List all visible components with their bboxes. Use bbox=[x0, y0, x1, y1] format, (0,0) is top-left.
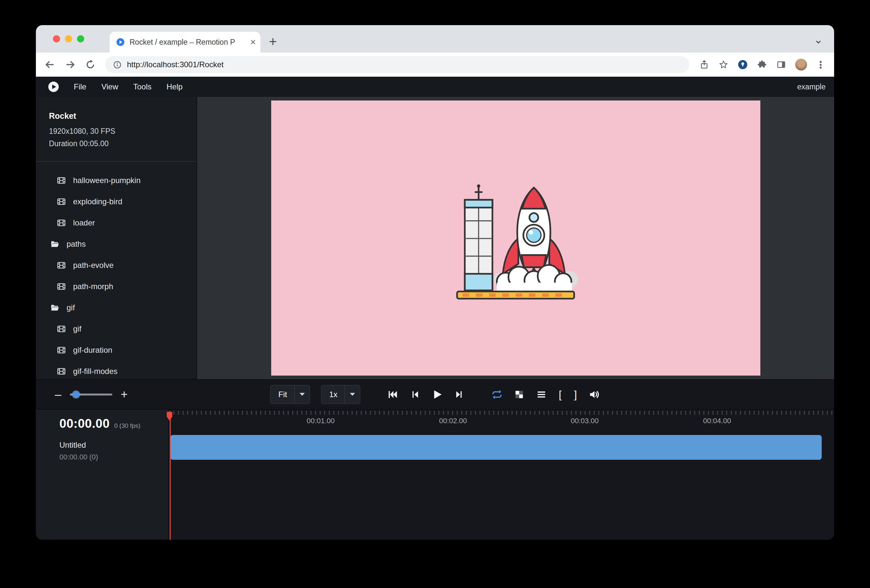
timeline-clip[interactable] bbox=[170, 435, 822, 460]
sidebar-item-gif[interactable]: gif bbox=[36, 319, 197, 340]
composition-duration: Duration 00:05.00 bbox=[49, 138, 185, 150]
reload-button[interactable] bbox=[85, 59, 96, 70]
playhead-line[interactable] bbox=[170, 411, 171, 540]
sidebar-item-label: path-evolve bbox=[73, 261, 113, 270]
sidebar-item-halloween-pumpkin[interactable]: halloween-pumpkin bbox=[36, 170, 197, 191]
menu-help[interactable]: Help bbox=[167, 82, 182, 91]
minimize-window-button[interactable] bbox=[65, 35, 72, 42]
timeline-zoom-controls: – + bbox=[55, 389, 128, 400]
current-timecode: 00:00.00 bbox=[60, 417, 110, 431]
zoom-in-button[interactable]: + bbox=[121, 389, 128, 400]
zoom-out-button[interactable]: – bbox=[55, 389, 61, 400]
ruler-label-4s: 00:04.00 bbox=[703, 417, 731, 425]
canvas-size-dropdown[interactable]: Fit bbox=[270, 385, 310, 404]
film-icon bbox=[57, 218, 66, 228]
previous-frame-button[interactable] bbox=[409, 389, 420, 400]
tab-favicon bbox=[116, 38, 125, 46]
app-menu-bar: File View Tools Help example bbox=[36, 77, 834, 97]
sidebar-item-label: gif-fill-modes bbox=[73, 367, 118, 376]
jump-to-start-button[interactable] bbox=[387, 389, 398, 400]
composition-list: halloween-pumpkin exploding-bird loader … bbox=[36, 162, 197, 379]
composition-name: Rocket bbox=[49, 111, 185, 121]
film-icon bbox=[57, 367, 66, 376]
zoom-slider[interactable] bbox=[70, 391, 112, 398]
sidebar-item-label: exploding-bird bbox=[73, 197, 122, 206]
play-button[interactable] bbox=[431, 389, 442, 400]
zoom-window-button[interactable] bbox=[77, 35, 84, 42]
canvas-size-value: Fit bbox=[279, 390, 294, 399]
timeline-tracks[interactable]: 00:01.00 00:02.00 00:03.00 00:04.00 bbox=[169, 409, 834, 540]
zoom-slider-knob[interactable] bbox=[73, 391, 80, 398]
password-manager-extension-icon[interactable] bbox=[737, 60, 748, 70]
preview-area bbox=[197, 97, 834, 379]
sidebar-item-label: gif bbox=[73, 325, 81, 333]
tab-search-chevron-icon[interactable]: ⌄ bbox=[814, 33, 823, 46]
ruler-ticks bbox=[169, 411, 834, 415]
remotion-app: File View Tools Help example Rocket 1920… bbox=[36, 77, 834, 540]
ruler-label-1s: 00:01.00 bbox=[307, 417, 335, 425]
transparency-checkerboard-toggle[interactable] bbox=[514, 389, 525, 400]
set-out-point-button[interactable]: ] bbox=[574, 389, 578, 400]
sidebar-item-loader[interactable]: loader bbox=[36, 213, 197, 234]
close-window-button[interactable] bbox=[53, 35, 60, 42]
menu-view[interactable]: View bbox=[101, 82, 118, 91]
menu-tools[interactable]: Tools bbox=[133, 82, 151, 91]
film-icon bbox=[57, 176, 66, 185]
sidebar-item-label: paths bbox=[67, 240, 86, 249]
sidebar-item-label: halloween-pumpkin bbox=[73, 176, 141, 185]
sidebar-item-path-evolve[interactable]: path-evolve bbox=[36, 255, 197, 276]
project-name-label[interactable]: example bbox=[797, 83, 825, 91]
sidebar-folder-paths[interactable]: paths bbox=[36, 234, 197, 255]
rocket-illustration bbox=[444, 173, 587, 303]
playback-controls: Fit 1x bbox=[270, 385, 600, 404]
url-field[interactable]: http://localhost:3001/Rocket bbox=[105, 56, 689, 73]
browser-actions: ⋮ bbox=[699, 59, 825, 70]
sidebar-item-gif-duration[interactable]: gif-duration bbox=[36, 340, 197, 361]
next-frame-button[interactable] bbox=[454, 389, 465, 400]
remotion-logo-icon[interactable] bbox=[48, 82, 59, 92]
tab-title: Rocket / example – Remotion P bbox=[130, 38, 245, 47]
back-button[interactable] bbox=[45, 59, 55, 70]
traffic-lights bbox=[53, 35, 84, 42]
sidebar-item-label: path-morph bbox=[73, 282, 113, 291]
timeline-info-panel: 00:00.00 0 (30 fps) Untitled 00:00.00 (0… bbox=[36, 409, 169, 540]
film-icon bbox=[57, 261, 66, 270]
share-button[interactable] bbox=[699, 60, 709, 70]
extensions-puzzle-icon[interactable] bbox=[757, 60, 767, 70]
address-bar: http://localhost:3001/Rocket bbox=[36, 52, 834, 77]
chevron-down-icon bbox=[295, 393, 310, 396]
browser-menu-kebab-icon[interactable]: ⋮ bbox=[816, 59, 825, 70]
bookmark-star-icon[interactable] bbox=[718, 60, 729, 70]
playback-toolbar: – + Fit 1x bbox=[36, 379, 834, 409]
forward-button[interactable] bbox=[65, 59, 76, 70]
timeline-rows-toggle[interactable] bbox=[536, 389, 547, 400]
playhead-pin[interactable] bbox=[166, 411, 173, 421]
tab-close-icon[interactable]: × bbox=[250, 37, 256, 47]
timeline-ruler[interactable]: 00:01.00 00:02.00 00:03.00 00:04.00 bbox=[169, 409, 834, 428]
site-info-icon[interactable] bbox=[113, 60, 122, 69]
profile-avatar[interactable] bbox=[795, 59, 807, 70]
menu-file[interactable]: File bbox=[74, 82, 86, 91]
playback-speed-dropdown[interactable]: 1x bbox=[321, 385, 360, 404]
composition-resolution: 1920x1080, 30 FPS bbox=[49, 125, 185, 138]
film-icon bbox=[57, 282, 66, 291]
video-canvas bbox=[271, 101, 760, 375]
sidebar-item-path-morph[interactable]: path-morph bbox=[36, 276, 197, 297]
volume-icon[interactable] bbox=[589, 389, 600, 400]
side-panel-icon[interactable] bbox=[776, 60, 787, 70]
frame-counter: 0 (30 fps) bbox=[114, 422, 140, 429]
set-in-point-button[interactable]: [ bbox=[558, 389, 562, 400]
compositions-sidebar: Rocket 1920x1080, 30 FPS Duration 00:05.… bbox=[36, 97, 197, 379]
composition-info: Rocket 1920x1080, 30 FPS Duration 00:05.… bbox=[36, 97, 197, 161]
folder-open-icon bbox=[50, 240, 60, 249]
sidebar-folder-gif[interactable]: gif bbox=[36, 297, 197, 319]
sidebar-item-label: gif-duration bbox=[73, 345, 112, 355]
new-tab-button[interactable]: + bbox=[269, 35, 277, 49]
loop-toggle-icon[interactable] bbox=[492, 389, 502, 400]
workspace: Rocket 1920x1080, 30 FPS Duration 00:05.… bbox=[36, 97, 834, 379]
browser-tab[interactable]: Rocket / example – Remotion P × bbox=[110, 32, 261, 52]
sidebar-item-gif-fill-modes[interactable]: gif-fill-modes bbox=[36, 361, 197, 379]
sidebar-item-exploding-bird[interactable]: exploding-bird bbox=[36, 191, 197, 213]
track-timecode: 00:00.00 (0) bbox=[60, 453, 169, 461]
sidebar-item-label: gif bbox=[67, 303, 75, 312]
